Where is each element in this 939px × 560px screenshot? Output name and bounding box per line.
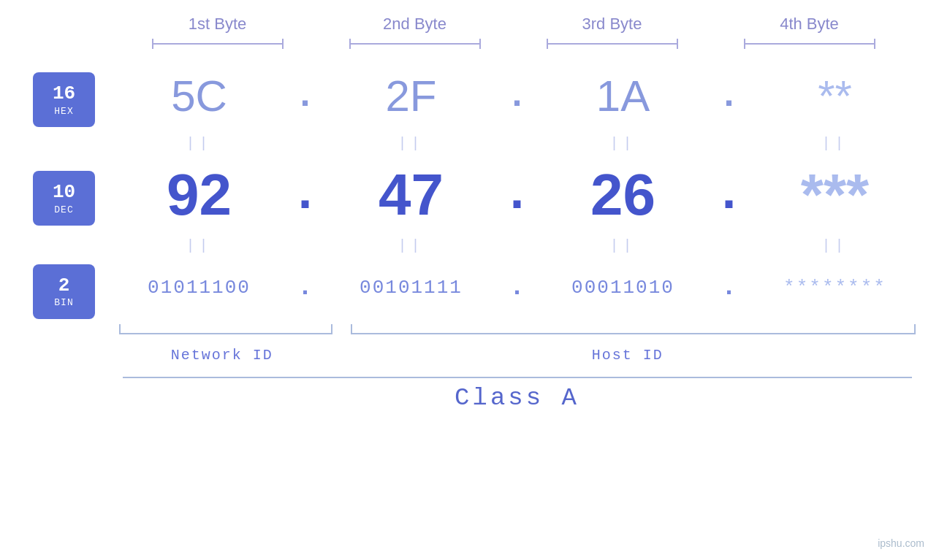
bin-badge: 2 BIN [33, 264, 95, 319]
eq-2-4: || [748, 237, 923, 254]
dec-value-4: *** [801, 161, 869, 229]
eq-1-3: || [536, 135, 711, 152]
hex-value-2: 2F [385, 71, 436, 121]
bracket-3 [539, 37, 685, 50]
hex-badge-label: HEX [54, 106, 73, 117]
bin-row: 01011100 . 00101111 . 00011010 . [112, 258, 923, 317]
bin-cell-4: ******** [748, 277, 923, 299]
host-id-label-wrapper: Host ID [332, 347, 923, 364]
bracket-right [677, 39, 678, 49]
dec-dot-3: . [711, 166, 748, 223]
equals-row-1: || || || || [112, 131, 923, 156]
dec-dot-1: . [287, 166, 324, 223]
eq-1-2: || [324, 135, 499, 152]
dec-badge: 10 DEC [33, 171, 95, 226]
bin-dot-symbol-3: . [721, 273, 737, 302]
hex-value-1: 5C [171, 71, 227, 121]
bin-cell-3: 00011010 [536, 277, 711, 299]
byte-header-2: 2nd Byte [342, 15, 488, 34]
bin-badge-wrapper: 2 BIN [33, 262, 95, 321]
dec-badge-label: DEC [54, 204, 73, 215]
network-bracket [112, 323, 333, 337]
main-container: 1st Byte 2nd Byte 3rd Byte 4th Byte [0, 0, 939, 560]
bracket-left [744, 39, 745, 49]
hex-dot-3: . [711, 75, 748, 117]
bin-badge-number: 2 [58, 275, 70, 297]
dec-row: 92 . 47 . 26 . *** [112, 156, 923, 233]
class-label-wrapper: Class A [123, 384, 912, 412]
dec-badge-number: 10 [53, 181, 75, 204]
bin-value-1: 01011100 [148, 277, 251, 299]
bracket-2 [342, 37, 488, 50]
byte-header-1: 1st Byte [145, 15, 291, 34]
dec-dot-symbol-1: . [289, 166, 320, 223]
host-id-label: Host ID [592, 347, 664, 364]
dec-cell-4: *** [748, 161, 923, 229]
bin-dot-3: . [711, 273, 748, 302]
host-bracket [351, 323, 923, 337]
bin-cell-2: 00101111 [324, 277, 499, 299]
bracket-right [282, 39, 284, 49]
hex-dot-symbol-2: . [506, 75, 528, 117]
hex-badge-wrapper: 16 HEX [33, 65, 95, 134]
dec-cell-2: 47 [324, 161, 499, 229]
bracket-line [547, 43, 678, 45]
network-bracket-left-side [119, 324, 121, 334]
class-divider [123, 377, 912, 378]
bin-dot-symbol-2: . [509, 273, 525, 302]
bracket-right [479, 39, 481, 49]
host-bracket-bottom [351, 333, 916, 334]
dec-cell-3: 26 [536, 161, 711, 229]
eq-1-4: || [748, 135, 923, 152]
hex-cell-2: 2F [324, 71, 499, 121]
byte-header-4: 4th Byte [737, 15, 883, 34]
bin-value-4: ******** [783, 277, 886, 299]
id-labels: Network ID Host ID [112, 340, 923, 369]
eq-2-1: || [112, 237, 287, 254]
bin-dot-symbol-1: . [297, 273, 313, 302]
bin-dot-1: . [287, 273, 324, 302]
hex-dot-1: . [287, 75, 324, 117]
bracket-4 [737, 37, 883, 50]
hex-cell-3: 1A [536, 71, 711, 121]
bin-dot-2: . [499, 273, 536, 302]
bin-value-3: 00011010 [571, 277, 674, 299]
dec-dot-2: . [499, 166, 536, 223]
hex-badge: 16 HEX [33, 72, 95, 127]
bin-cell-1: 01011100 [112, 277, 287, 299]
hex-row: 5C . 2F . 1A . ** [112, 61, 923, 131]
network-bracket-bottom [119, 333, 333, 334]
bracket-right [874, 39, 875, 49]
network-id-label: Network ID [171, 347, 273, 364]
badges-column: 16 HEX 10 DEC 2 BIN [17, 61, 112, 321]
bracket-line [744, 43, 875, 45]
class-label: Class A [455, 384, 579, 412]
bracket-left [547, 39, 548, 49]
bracket-left [349, 39, 351, 49]
hex-value-4: ** [818, 71, 852, 121]
hex-dot-symbol-3: . [718, 75, 740, 117]
eq-2-2: || [324, 237, 499, 254]
hex-cell-4: ** [748, 71, 923, 121]
dec-cell-1: 92 [112, 161, 287, 229]
equals-row-2: || || || || [112, 233, 923, 258]
class-section: Class A [123, 377, 912, 412]
bracket-line [152, 43, 284, 45]
data-rows: 5C . 2F . 1A . ** [112, 61, 923, 369]
byte-header-3: 3rd Byte [539, 15, 685, 34]
hex-badge-number: 16 [53, 83, 75, 105]
hex-dot-symbol-1: . [294, 75, 316, 117]
host-bracket-left-side [351, 324, 352, 334]
bracket-left [152, 39, 153, 49]
eq-2-3: || [536, 237, 711, 254]
top-brackets [119, 37, 908, 50]
dec-value-3: 26 [590, 161, 655, 229]
dec-badge-wrapper: 10 DEC [33, 160, 95, 237]
bottom-brackets-row [112, 317, 923, 337]
network-bracket-right-side [331, 324, 332, 334]
watermark: ipshu.com [878, 537, 924, 549]
hex-value-3: 1A [596, 71, 650, 121]
hex-dot-2: . [499, 75, 536, 117]
host-bracket-right-side [914, 324, 916, 334]
bracket-1 [145, 37, 291, 50]
